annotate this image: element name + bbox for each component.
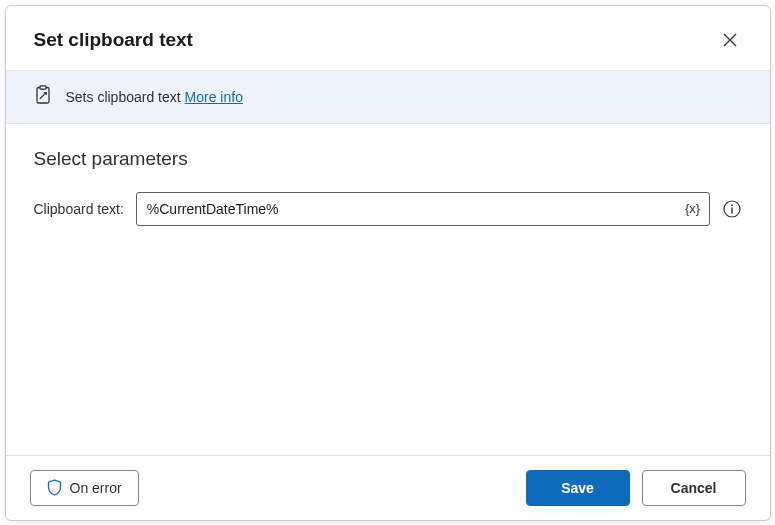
variable-icon: {x} (685, 201, 700, 216)
close-button[interactable] (714, 24, 746, 56)
dialog-content: Select parameters Clipboard text: {x} (6, 124, 770, 455)
dialog-header: Set clipboard text (6, 6, 770, 70)
more-info-link[interactable]: More info (185, 89, 243, 105)
action-buttons: Save Cancel (526, 470, 746, 506)
on-error-label: On error (70, 480, 122, 496)
dialog: Set clipboard text Sets clipboard text M… (5, 5, 771, 521)
section-heading: Select parameters (34, 148, 742, 170)
svg-point-5 (731, 204, 733, 206)
dialog-footer: On error Save Cancel (6, 455, 770, 520)
svg-rect-3 (40, 85, 46, 88)
dialog-title: Set clipboard text (34, 29, 193, 51)
close-icon (723, 33, 737, 47)
variable-picker-button[interactable]: {x} (682, 198, 704, 220)
info-banner: Sets clipboard text More info (6, 70, 770, 124)
info-icon (723, 200, 741, 218)
clipboard-text-label: Clipboard text: (34, 201, 124, 217)
shield-icon (47, 479, 62, 496)
field-clipboard-text: Clipboard text: {x} (34, 192, 742, 226)
save-button[interactable]: Save (526, 470, 630, 506)
clipboard-text-input[interactable] (136, 192, 710, 226)
help-button[interactable] (722, 199, 742, 219)
banner-description: Sets clipboard text (66, 89, 181, 105)
on-error-button[interactable]: On error (30, 470, 139, 506)
banner-text: Sets clipboard text More info (66, 89, 243, 105)
clipboard-icon (34, 85, 52, 109)
clipboard-text-wrapper: {x} (136, 192, 710, 226)
cancel-button[interactable]: Cancel (642, 470, 746, 506)
